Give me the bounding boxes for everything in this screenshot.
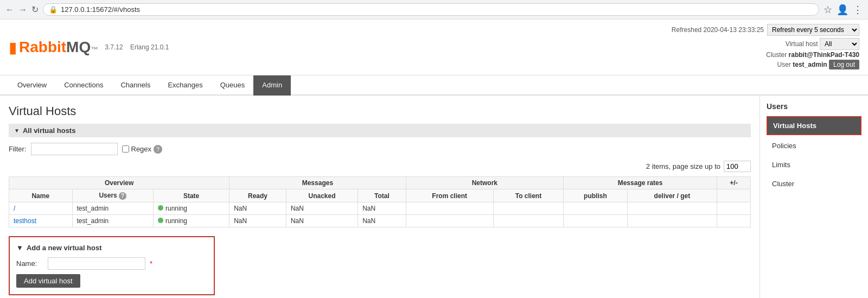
nav-item-overview[interactable]: Overview (9, 75, 55, 96)
add-section-header[interactable]: ▼ Add a new virtual host (16, 244, 207, 252)
star-icon[interactable]: ☆ (824, 4, 832, 16)
new-vhost-name-input[interactable] (48, 257, 145, 270)
refresh-row: Refreshed 2020-04-13 23:33:25 Refresh ev… (672, 24, 859, 36)
cell-to-client (493, 215, 563, 227)
filter-input[interactable] (31, 143, 118, 155)
cell-publish (564, 202, 628, 215)
add-section-title: Add a new virtual host (27, 244, 102, 252)
refresh-select[interactable]: Refresh every 5 seconds Refresh every 10… (767, 24, 859, 36)
reload-button[interactable]: ↻ (31, 4, 39, 15)
cell-state: running (153, 215, 229, 227)
cell-deliver-get (627, 215, 717, 227)
cell-ready: NaN (229, 215, 286, 227)
cell-name[interactable]: / (9, 202, 73, 215)
cell-state: running (153, 202, 229, 215)
regex-checkbox[interactable] (122, 145, 129, 153)
add-vhost-section: ▼ Add a new virtual host Name: * Add vir… (9, 236, 215, 295)
page-title: Virtual Hosts (9, 104, 751, 118)
sidebar-item-limits[interactable]: Limits (767, 156, 861, 173)
col-from-client: From client (406, 189, 493, 202)
sidebar: Users Virtual HostsPoliciesLimitsCluster (760, 96, 868, 298)
name-label: Name: (16, 259, 43, 268)
cell-ready: NaN (229, 202, 286, 215)
forward-button[interactable]: → (18, 5, 27, 15)
logo: ▮ RabbitMQ™ (9, 39, 98, 56)
col-deliver-get: deliver / get (627, 189, 717, 202)
group-header-plusminus[interactable]: +/- (717, 177, 751, 189)
filter-row: Filter: Regex ? (9, 143, 751, 155)
pagination-text: 2 items, page size up to (646, 162, 720, 170)
help-icon[interactable]: ? (154, 145, 162, 154)
virtual-host-select[interactable]: All / testhost (820, 38, 859, 50)
settings-icon[interactable]: ⋮ (853, 4, 863, 16)
filter-label: Filter: (9, 145, 27, 153)
table-row: / test_admin running NaN NaN NaN (9, 202, 751, 215)
add-vhost-button[interactable]: Add virtual host (16, 274, 80, 288)
version-number: 3.7.12 (105, 43, 123, 51)
col-empty (717, 189, 751, 202)
all-vhosts-section-header[interactable]: ▼ All virtual hosts (9, 124, 751, 137)
lock-icon: 🔒 (49, 5, 58, 14)
cell-deliver-get (627, 202, 717, 215)
nav-item-connections[interactable]: Connections (55, 75, 112, 96)
cluster-row: Cluster rabbit@ThinkPad-T430 (672, 51, 859, 59)
browser-actions: ☆ 👤 ⋮ (824, 4, 863, 16)
cell-unacked: NaN (286, 215, 358, 227)
name-form-row: Name: * (16, 257, 207, 270)
col-publish: publish (564, 189, 628, 202)
col-ready: Ready (229, 189, 286, 202)
nav-item-queues[interactable]: Queues (212, 75, 254, 96)
main-layout: Virtual Hosts ▼ All virtual hosts Filter… (0, 96, 868, 298)
sidebar-item-policies[interactable]: Policies (767, 137, 861, 154)
vhost-table: Overview Messages Network Message rates … (9, 176, 751, 227)
section-label: All virtual hosts (23, 126, 76, 135)
nav-item-admin[interactable]: Admin (253, 75, 291, 96)
sidebar-item-virtual-hosts[interactable]: Virtual Hosts (767, 116, 861, 135)
logo-text: RabbitMQ™ (19, 39, 98, 56)
nav-item-channels[interactable]: Channels (112, 75, 159, 96)
col-unacked: Unacked (286, 189, 358, 202)
page-size-input[interactable] (724, 161, 751, 172)
account-icon[interactable]: 👤 (837, 4, 848, 16)
user-value: test_admin (793, 61, 827, 68)
group-header-messages: Messages (229, 177, 406, 189)
user-label: User (777, 61, 791, 68)
cell-empty (717, 215, 751, 227)
sidebar-title: Users (767, 102, 861, 111)
group-header-network: Network (406, 177, 563, 189)
sidebar-item-cluster[interactable]: Cluster (767, 175, 861, 192)
erlang-version: Erlang 21.0.1 (130, 43, 169, 51)
table-row: testhost test_admin running NaN NaN NaN (9, 215, 751, 227)
cluster-value: rabbit@ThinkPad-T430 (789, 51, 859, 59)
header-right: Refreshed 2020-04-13 23:33:25 Refresh ev… (672, 24, 859, 71)
logo-icon: ▮ (9, 39, 17, 56)
version-info: 3.7.12 Erlang 21.0.1 (105, 43, 174, 51)
nav-bar: OverviewConnectionsChannelsExchangesQueu… (0, 75, 868, 96)
group-header-overview: Overview (9, 177, 229, 189)
cell-total: NaN (358, 202, 406, 215)
nav-item-exchanges[interactable]: Exchanges (159, 75, 211, 96)
col-name: Name (9, 189, 73, 202)
add-section-arrow-icon: ▼ (16, 244, 23, 252)
cell-empty (717, 202, 751, 215)
logo-area: ▮ RabbitMQ™ 3.7.12 Erlang 21.0.1 (9, 39, 174, 56)
running-badge (158, 205, 163, 211)
running-badge (158, 218, 163, 223)
required-mark: * (150, 259, 152, 268)
browser-bar: ← → ↻ 🔒 127.0.0.1:15672/#/vhosts ☆ 👤 ⋮ (0, 0, 868, 20)
col-state: State (153, 189, 229, 202)
back-button[interactable]: ← (5, 5, 14, 15)
cell-users: test_admin (72, 215, 153, 227)
logout-button[interactable]: Log out (829, 60, 859, 69)
url-text: 127.0.0.1:15672/#/vhosts (61, 5, 140, 14)
cell-from-client (406, 202, 493, 215)
cell-to-client (493, 202, 563, 215)
cell-name[interactable]: testhost (9, 215, 73, 227)
content-area: Virtual Hosts ▼ All virtual hosts Filter… (0, 96, 760, 298)
app-header: ▮ RabbitMQ™ 3.7.12 Erlang 21.0.1 Refresh… (0, 20, 868, 75)
cell-from-client (406, 215, 493, 227)
cell-users: test_admin (72, 202, 153, 215)
col-users: Users ? (72, 189, 153, 202)
refreshed-text: Refreshed 2020-04-13 23:33:25 (672, 26, 764, 34)
group-header-message-rates: Message rates (564, 177, 717, 189)
